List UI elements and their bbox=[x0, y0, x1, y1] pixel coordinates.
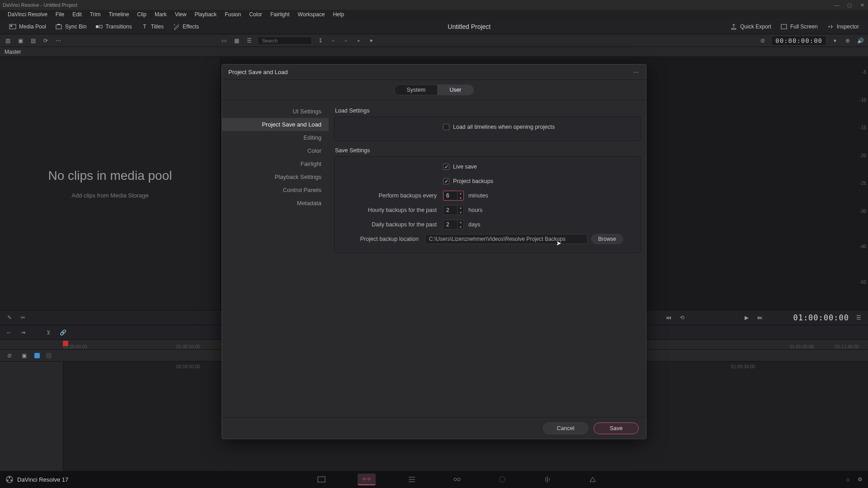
dialog-footer: Cancel Save bbox=[222, 417, 646, 439]
tab-system[interactable]: System bbox=[394, 84, 438, 95]
save-settings-heading: Save Settings bbox=[335, 147, 640, 154]
backup-location-label: Project backup location bbox=[339, 236, 425, 242]
daily-backups-unit: days bbox=[468, 221, 480, 228]
project-backups-checkbox[interactable] bbox=[443, 178, 449, 184]
daily-backups-input[interactable] bbox=[443, 221, 457, 228]
perform-backups-spinner[interactable]: ▴▾ bbox=[443, 191, 464, 201]
hourly-backups-spinner[interactable]: ▴▾ bbox=[443, 205, 464, 215]
load-all-timelines-label: Load all timelines when opening projects bbox=[453, 124, 555, 130]
dialog-title: Project Save and Load bbox=[228, 69, 288, 75]
preferences-dialog: Project Save and Load ⋯ System User UI S… bbox=[222, 64, 646, 439]
live-save-checkbox[interactable] bbox=[443, 164, 449, 170]
dialog-menu-icon[interactable]: ⋯ bbox=[633, 69, 640, 75]
browse-button[interactable]: Browse bbox=[591, 234, 623, 244]
spinner-up-icon[interactable]: ▴ bbox=[458, 220, 463, 225]
perform-backups-label: Perform backups every bbox=[339, 192, 443, 199]
daily-backups-spinner[interactable]: ▴▾ bbox=[443, 220, 464, 230]
hourly-backups-label: Hourly backups for the past bbox=[339, 207, 443, 213]
spinner-up-icon[interactable]: ▴ bbox=[458, 205, 463, 210]
spinner-down-icon[interactable]: ▾ bbox=[458, 210, 463, 215]
sidebar-metadata[interactable]: Metadata bbox=[222, 197, 329, 210]
sidebar-playback[interactable]: Playback Settings bbox=[222, 170, 329, 183]
hourly-backups-unit: hours bbox=[468, 207, 482, 213]
dialog-tabs: System User bbox=[222, 80, 646, 100]
sidebar-control-panels[interactable]: Control Panels bbox=[222, 183, 329, 197]
hourly-backups-input[interactable] bbox=[443, 207, 457, 213]
spinner-down-icon[interactable]: ▾ bbox=[458, 196, 463, 201]
tab-user[interactable]: User bbox=[438, 84, 473, 95]
sidebar-ui-settings[interactable]: UI Settings bbox=[222, 105, 329, 118]
save-button[interactable]: Save bbox=[594, 422, 639, 434]
load-all-timelines-checkbox[interactable] bbox=[443, 124, 449, 130]
sidebar-color[interactable]: Color bbox=[222, 144, 329, 157]
sidebar-fairlight[interactable]: Fairlight bbox=[222, 157, 329, 170]
modal-backdrop: Project Save and Load ⋯ System User UI S… bbox=[0, 0, 868, 488]
sidebar-editing[interactable]: Editing bbox=[222, 131, 329, 144]
perform-backups-unit: minutes bbox=[468, 192, 488, 199]
cancel-button[interactable]: Cancel bbox=[543, 422, 588, 434]
preferences-content: Load Settings Load all timelines when op… bbox=[329, 100, 646, 417]
spinner-down-icon[interactable]: ▾ bbox=[458, 225, 463, 230]
backup-location-input[interactable] bbox=[425, 234, 588, 244]
spinner-up-icon[interactable]: ▴ bbox=[458, 191, 463, 196]
project-backups-label: Project backups bbox=[453, 178, 493, 184]
preferences-sidebar: UI Settings Project Save and Load Editin… bbox=[222, 100, 329, 417]
sidebar-project-save[interactable]: Project Save and Load bbox=[222, 118, 329, 131]
dialog-header: Project Save and Load ⋯ bbox=[222, 65, 646, 80]
live-save-label: Live save bbox=[453, 164, 477, 170]
load-settings-heading: Load Settings bbox=[335, 108, 640, 114]
daily-backups-label: Daily backups for the past bbox=[339, 221, 443, 228]
perform-backups-input[interactable] bbox=[443, 192, 457, 199]
